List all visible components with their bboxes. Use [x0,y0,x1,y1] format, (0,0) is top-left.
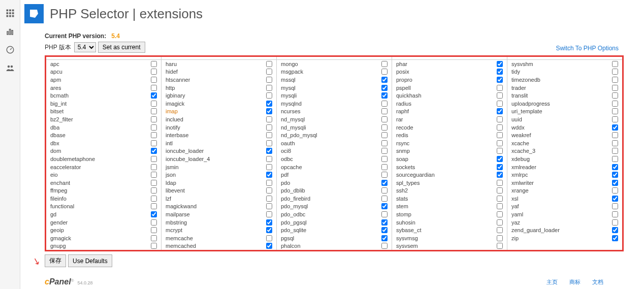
extension-name[interactable]: imagick [166,101,184,107]
extension-checkbox[interactable] [266,92,272,99]
extension-name[interactable]: stem [396,203,408,209]
extension-name[interactable]: nd_mysqli [281,124,306,131]
extension-checkbox[interactable] [612,203,618,209]
extension-checkbox[interactable] [381,101,388,107]
switch-to-php-options-link[interactable]: Switch To PHP Options [556,45,619,52]
extension-name[interactable]: quickhash [396,92,422,99]
extension-name[interactable]: hidef [166,69,178,75]
extension-checkbox[interactable] [497,243,503,249]
extension-name[interactable]: timezonedb [511,77,540,83]
extension-name[interactable]: json [166,172,176,178]
extension-name[interactable]: ssh2 [396,187,408,194]
extension-name[interactable]: xrange [511,187,529,194]
extension-name[interactable]: ffmpeg [50,187,67,194]
extension-checkbox[interactable] [612,101,618,107]
extension-checkbox[interactable] [497,140,503,146]
extension-name[interactable]: fileinfo [50,196,67,202]
extension-name[interactable]: dbx [50,140,59,146]
extension-checkbox[interactable] [266,69,272,75]
extension-checkbox[interactable] [151,203,157,209]
extension-name[interactable]: ioncube_loader_4 [166,156,210,162]
extension-checkbox[interactable] [612,227,618,233]
extension-checkbox[interactable] [497,203,503,209]
extension-checkbox[interactable] [151,219,157,226]
extension-checkbox[interactable] [151,180,157,186]
extension-checkbox[interactable] [151,77,157,83]
extension-checkbox[interactable] [497,235,503,241]
extension-name[interactable]: rar [396,116,403,122]
extension-name[interactable]: opcache [281,164,302,170]
extension-checkbox[interactable] [612,219,618,226]
extension-name[interactable]: weakref [511,132,531,138]
extension-name[interactable]: igbinary [166,92,185,99]
extension-checkbox[interactable] [381,203,388,209]
extension-checkbox[interactable] [151,132,157,138]
extension-name[interactable]: interbase [166,132,188,138]
extension-name[interactable]: uploadprogress [511,101,550,107]
extension-checkbox[interactable] [612,235,618,241]
extension-name[interactable]: gmagick [50,235,71,241]
extension-checkbox[interactable] [151,101,157,107]
extension-name[interactable]: stats [396,196,408,202]
extension-checkbox[interactable] [266,140,272,146]
extension-name[interactable]: memcached [166,243,196,249]
extension-checkbox[interactable] [497,172,503,178]
extension-checkbox[interactable] [151,156,157,162]
extension-name[interactable]: pspell [396,85,411,91]
extension-name[interactable]: gender [50,219,68,226]
extension-checkbox[interactable] [266,124,272,131]
extension-name[interactable]: phar [396,61,407,67]
extension-name[interactable]: zend_guard_loader [511,227,560,233]
extension-name[interactable]: ncurses [281,108,301,114]
extension-name[interactable]: magickwand [166,203,197,209]
extension-name[interactable]: yaf [511,203,519,209]
extension-name[interactable]: eaccelerator [50,164,81,170]
extension-checkbox[interactable] [266,61,272,67]
extension-name[interactable]: rsync [396,140,409,146]
extension-name[interactable]: pdo_dblib [281,187,305,194]
extension-checkbox[interactable] [151,235,157,241]
extension-checkbox[interactable] [381,124,388,131]
use-defaults-button[interactable]: Use Defaults [68,254,112,267]
extension-checkbox[interactable] [266,180,272,186]
extension-name[interactable]: wddx [511,124,525,131]
extension-checkbox[interactable] [266,227,272,233]
extension-checkbox[interactable] [266,219,272,226]
extension-checkbox[interactable] [612,108,618,114]
extension-checkbox[interactable] [381,211,388,217]
extension-checkbox[interactable] [381,61,388,67]
extension-name[interactable]: bz2_filter [50,116,73,122]
extension-name[interactable]: memcache [166,235,193,241]
extension-checkbox[interactable] [381,85,388,91]
extension-checkbox[interactable] [612,148,618,154]
extension-name[interactable]: dba [50,124,59,131]
extension-name[interactable]: big_int [50,101,67,107]
extension-checkbox[interactable] [266,132,272,138]
extension-name[interactable]: trader [511,85,526,91]
extension-checkbox[interactable] [151,116,157,122]
extension-checkbox[interactable] [381,164,388,170]
extension-name[interactable]: suhosin [396,219,415,226]
extension-checkbox[interactable] [266,101,272,107]
extension-name[interactable]: yaz [511,219,520,226]
extension-checkbox[interactable] [381,243,388,249]
extension-checkbox[interactable] [612,132,618,138]
extension-checkbox[interactable] [497,108,503,114]
extension-name[interactable]: mysql [281,85,296,91]
extension-name[interactable]: lzf [166,196,171,202]
extension-name[interactable]: pdo_odbc [281,211,305,217]
extension-name[interactable]: geoip [50,227,64,233]
extension-checkbox[interactable] [151,243,157,249]
extension-checkbox[interactable] [612,61,618,67]
extension-checkbox[interactable] [381,196,388,202]
extension-name[interactable]: mbstring [166,219,187,226]
extension-name[interactable]: raphf [396,108,409,114]
extension-name[interactable]: pgsql [281,235,294,241]
extension-name[interactable]: ldap [166,180,176,186]
extension-name[interactable]: xdebug [511,156,530,162]
extension-checkbox[interactable] [497,227,503,233]
extension-checkbox[interactable] [497,187,503,194]
extension-checkbox[interactable] [266,235,272,241]
sidebar-apps-icon[interactable] [0,4,20,22]
extension-name[interactable]: pdo_pgsql [281,219,307,226]
